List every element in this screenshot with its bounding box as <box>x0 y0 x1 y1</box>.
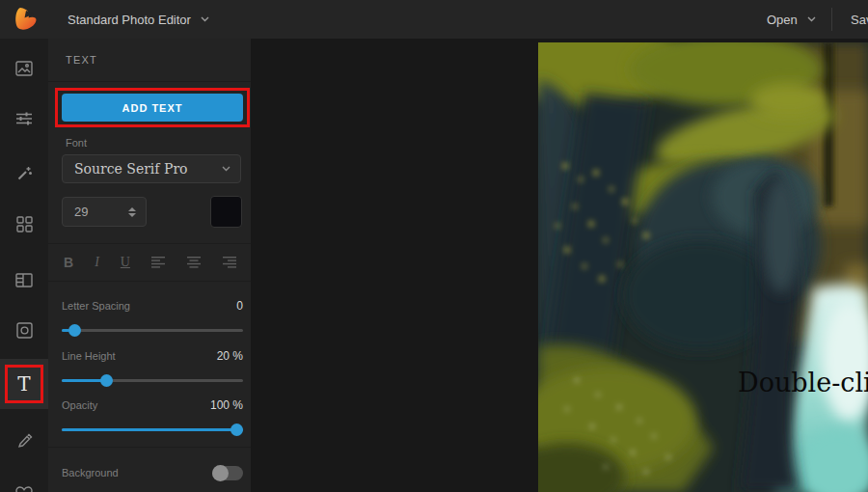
open-label: Open <box>767 13 798 27</box>
app-logo-icon[interactable] <box>12 5 41 34</box>
line-height-value: 20 % <box>217 349 243 363</box>
text-tool-icon: T <box>17 372 30 396</box>
letter-spacing-group: Letter Spacing 0 <box>62 297 243 340</box>
chevron-down-icon <box>807 16 816 22</box>
text-panel: TEXT ADD TEXT Font Source Serif Pro 29 B… <box>48 39 251 492</box>
chevron-down-icon <box>201 16 209 22</box>
heart-icon <box>15 486 33 492</box>
align-left-icon[interactable] <box>151 257 166 268</box>
sidebar-item-draw[interactable] <box>0 420 48 458</box>
sidebar-item-elements[interactable] <box>0 205 48 243</box>
add-text-button[interactable]: ADD TEXT <box>62 94 243 122</box>
toggle-knob <box>212 465 229 481</box>
bold-button[interactable]: B <box>64 255 73 270</box>
chevron-down-icon <box>222 166 231 172</box>
underline-button[interactable]: U <box>121 255 130 270</box>
line-height-slider[interactable] <box>62 374 243 387</box>
image-icon <box>15 61 33 76</box>
font-label: Font <box>66 137 87 149</box>
sidebar-item-text[interactable]: T <box>0 365 48 403</box>
letter-spacing-label: Letter Spacing <box>62 300 130 312</box>
canvas-text-object[interactable]: Double-click t <box>738 368 868 397</box>
canyon-photo: Double-click t <box>538 42 868 492</box>
sidebar-item-favorites[interactable] <box>0 475 48 492</box>
opacity-value: 100 % <box>210 398 243 412</box>
slider-handle[interactable] <box>231 424 243 436</box>
font-select[interactable]: Source Serif Pro <box>62 154 241 183</box>
editor-canvas[interactable]: Double-click t <box>251 39 868 492</box>
pen-icon <box>16 431 33 448</box>
panel-title: TEXT <box>48 39 251 82</box>
italic-button[interactable]: I <box>95 255 99 270</box>
document-title: Standard Photo Editor <box>68 13 191 27</box>
photo-layer[interactable]: Double-click t <box>538 42 868 492</box>
topbar-divider <box>831 8 832 31</box>
text-format-toolbar: B I U <box>48 243 251 282</box>
photo-editor-app: Standard Photo Editor Open Save <box>0 0 868 492</box>
open-menu[interactable]: Open <box>767 0 816 39</box>
save-button[interactable]: Save <box>851 0 868 39</box>
document-title-menu[interactable]: Standard Photo Editor <box>68 0 209 39</box>
opacity-label: Opacity <box>62 399 97 411</box>
background-toggle[interactable] <box>212 466 243 480</box>
top-bar: Standard Photo Editor Open Save <box>0 0 868 39</box>
sliders-icon <box>15 111 33 126</box>
letter-spacing-slider[interactable] <box>62 324 243 337</box>
background-row: Background <box>62 459 243 486</box>
align-center-icon[interactable] <box>187 257 202 268</box>
opacity-group: Opacity 100 % <box>62 396 243 439</box>
sidebar-item-adjust[interactable] <box>0 99 48 138</box>
sidebar-item-collage[interactable] <box>0 260 48 299</box>
font-select-value: Source Serif Pro <box>74 161 222 177</box>
sidebar-item-retouch[interactable] <box>0 153 48 192</box>
frame-icon <box>16 322 33 339</box>
line-height-label: Line Height <box>62 350 116 362</box>
font-size-value: 29 <box>74 205 128 219</box>
collage-icon <box>15 273 33 287</box>
sidebar-item-frame[interactable] <box>0 311 48 349</box>
slider-handle[interactable] <box>100 374 113 387</box>
letter-spacing-value: 0 <box>236 299 243 313</box>
text-color-swatch[interactable] <box>210 196 242 228</box>
opacity-slider[interactable] <box>62 424 243 436</box>
slider-handle[interactable] <box>68 324 81 337</box>
panel-divider <box>48 447 251 448</box>
background-label: Background <box>62 467 119 478</box>
tool-rail: T <box>0 39 48 492</box>
align-right-icon[interactable] <box>223 257 237 268</box>
elements-grid-icon <box>16 216 33 232</box>
magic-wand-icon <box>15 165 33 181</box>
font-size-stepper[interactable] <box>128 207 136 217</box>
font-size-input[interactable]: 29 <box>62 197 147 227</box>
line-height-group: Line Height 20 % <box>62 347 243 390</box>
sidebar-item-image[interactable] <box>0 49 48 88</box>
